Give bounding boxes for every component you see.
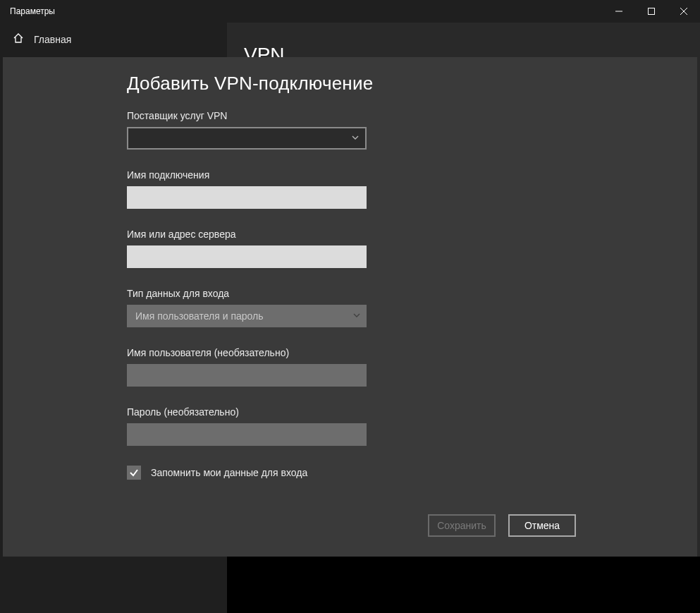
window-controls (603, 0, 700, 23)
signin-type-value: Имя пользователя и пароль (135, 310, 264, 322)
titlebar: Параметры (0, 0, 700, 23)
provider-label: Поставщик услуг VPN (127, 110, 697, 121)
bottom-sidebar-strip (0, 557, 227, 613)
chevron-down-icon (352, 310, 361, 322)
window-title: Параметры (0, 6, 55, 16)
sidebar-home-label: Главная (34, 34, 71, 45)
svg-rect-1 (649, 8, 655, 15)
password-label: Пароль (необязательно) (127, 406, 697, 418)
minimize-button[interactable] (603, 0, 635, 23)
connection-name-label: Имя подключения (127, 169, 697, 181)
connection-name-input[interactable] (127, 186, 367, 209)
close-button[interactable] (668, 0, 700, 23)
maximize-button[interactable] (635, 0, 668, 23)
remember-checkbox[interactable] (127, 466, 141, 480)
cancel-button[interactable]: Отмена (508, 514, 576, 537)
server-input[interactable] (127, 245, 367, 268)
remember-label: Запомнить мои данные для входа (151, 467, 307, 478)
username-input[interactable] (127, 364, 367, 387)
signin-type-label: Тип данных для входа (127, 288, 697, 299)
dialog-title: Добавить VPN-подключение (127, 73, 697, 95)
password-input[interactable] (127, 423, 367, 446)
save-button-label: Сохранить (437, 520, 486, 531)
save-button[interactable]: Сохранить (428, 514, 496, 537)
sidebar-item-home[interactable]: Главная (0, 23, 227, 56)
username-label: Имя пользователя (необязательно) (127, 347, 697, 358)
chevron-down-icon (351, 133, 360, 144)
home-icon (13, 32, 24, 46)
add-vpn-dialog: Добавить VPN-подключение Поставщик услуг… (3, 57, 697, 557)
server-label: Имя или адрес сервера (127, 229, 697, 240)
provider-select[interactable] (127, 127, 367, 150)
signin-type-select[interactable]: Имя пользователя и пароль (127, 305, 367, 327)
cancel-button-label: Отмена (524, 520, 560, 531)
